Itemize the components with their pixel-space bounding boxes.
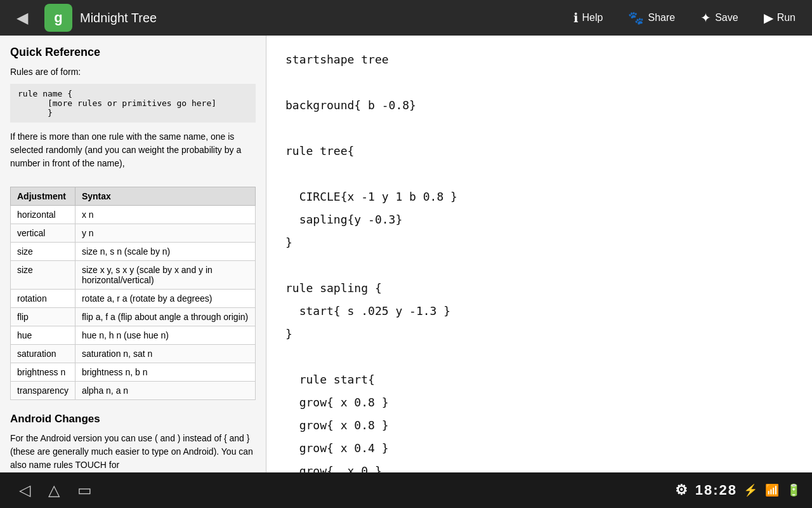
status-icon: ⚙: [675, 482, 689, 498]
run-button[interactable]: ▶ Run: [755, 6, 804, 29]
table-row: rotationrotate a, r a (rotate by a degre…: [11, 290, 256, 308]
left-panel: Quick Reference Rules are of form: rule …: [0, 36, 266, 472]
share-icon: 🐾: [628, 10, 644, 25]
top-bar: ◀ g Midnight Tree ℹ Help 🐾 Share ✦ Save …: [0, 0, 812, 36]
table-row: sizesize x y, s x y (scale by x and y in…: [11, 261, 256, 290]
table-row: saturationsaturation n, sat n: [11, 345, 256, 363]
description: If there is more than one rule with the …: [10, 130, 256, 170]
help-label: Help: [582, 12, 603, 23]
android-title: Android Changes: [10, 413, 256, 425]
table-row: flipflip a, f a (flip about angle a thro…: [11, 308, 256, 326]
col-adjustment: Adjustment: [11, 187, 75, 206]
reference-table: Adjustment Syntax horizontalx nverticaly…: [10, 187, 256, 400]
android-text: For the Android version you can use ( an…: [10, 432, 256, 472]
table-row: verticaly n: [11, 224, 256, 243]
table-row: huehue n, h n (use hue n): [11, 326, 256, 345]
app-icon: g: [44, 4, 72, 32]
table-row: transparencyalpha n, a n: [11, 382, 256, 400]
run-icon: ▶: [764, 10, 773, 25]
share-label: Share: [648, 12, 675, 23]
nav-home-button[interactable]: △: [39, 478, 69, 503]
quick-ref-title: Quick Reference: [10, 46, 256, 59]
help-button[interactable]: ℹ Help: [565, 6, 612, 29]
nav-recent-button[interactable]: ▭: [69, 478, 101, 503]
table-row: horizontalx n: [11, 206, 256, 224]
run-label: Run: [777, 12, 796, 23]
back-button[interactable]: ◀: [8, 5, 37, 30]
save-label: Save: [715, 12, 738, 23]
battery-icon: 🔋: [787, 483, 802, 497]
code-editor[interactable]: startshape tree background{ b -0.8} rule…: [285, 48, 793, 472]
nav-back-button[interactable]: ◁: [10, 478, 39, 503]
signal-icon: 📶: [765, 483, 780, 497]
rules-intro: Rules are of form:: [10, 65, 256, 79]
share-button[interactable]: 🐾 Share: [619, 6, 684, 29]
save-icon: ✦: [700, 10, 711, 25]
right-panel[interactable]: startshape tree background{ b -0.8} rule…: [266, 36, 812, 472]
code-example: rule name { [more rules or primitives go…: [10, 84, 256, 123]
table-row: brightness nbrightness n, b n: [11, 363, 256, 382]
main-content: Quick Reference Rules are of form: rule …: [0, 36, 812, 472]
clock-display: ⚙ 18:28 ⚡ 📶 🔋: [675, 482, 802, 498]
col-syntax: Syntax: [75, 187, 255, 206]
help-icon: ℹ: [573, 10, 579, 25]
bottom-bar: ◁ △ ▭ ⚙ 18:28 ⚡ 📶 🔋: [0, 472, 812, 508]
clock-time: 18:28: [695, 482, 737, 498]
save-button[interactable]: ✦ Save: [691, 6, 747, 29]
bluetooth-icon: ⚡: [743, 483, 759, 497]
table-row: sizesize n, s n (scale by n): [11, 243, 256, 261]
app-title: Midnight Tree: [80, 11, 557, 25]
